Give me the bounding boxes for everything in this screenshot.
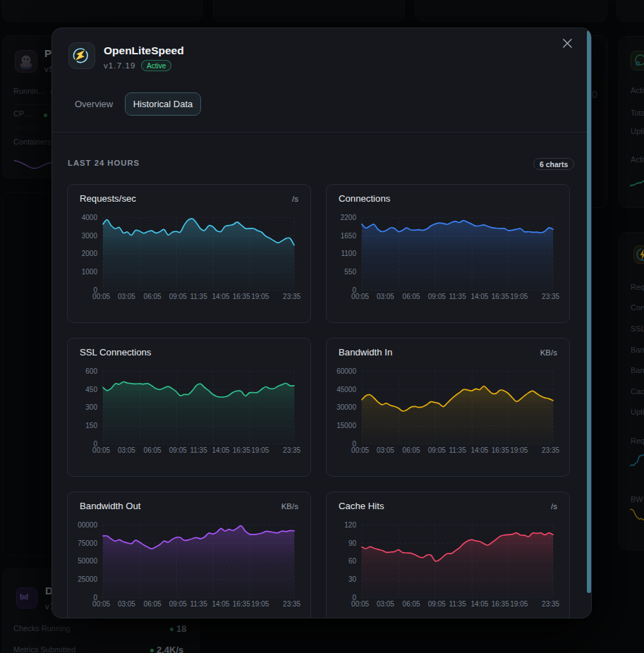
- svg-text:60000: 60000: [336, 367, 356, 375]
- svg-text:14:05: 14:05: [212, 600, 229, 608]
- svg-text:14:05: 14:05: [212, 446, 229, 454]
- svg-text:06:05: 06:05: [403, 600, 420, 608]
- svg-text:16:35: 16:35: [233, 446, 250, 454]
- svg-text:14:05: 14:05: [470, 293, 488, 300]
- svg-text:2000: 2000: [82, 250, 98, 257]
- svg-text:25000: 25000: [78, 575, 97, 583]
- svg-text:14:05: 14:05: [470, 446, 488, 454]
- svg-text:11:35: 11:35: [190, 293, 207, 300]
- svg-text:11:35: 11:35: [449, 446, 466, 454]
- svg-text:30: 30: [348, 575, 357, 583]
- svg-text:06:05: 06:05: [144, 293, 162, 300]
- svg-text:75000: 75000: [78, 539, 97, 547]
- svg-text:00:05: 00:05: [92, 600, 110, 608]
- svg-text:150: 150: [85, 422, 97, 429]
- svg-text:1650: 1650: [341, 232, 357, 240]
- svg-text:03:05: 03:05: [118, 600, 135, 608]
- svg-text:19:05: 19:05: [510, 446, 528, 454]
- svg-text:19:05: 19:05: [510, 293, 528, 300]
- svg-text:03:05: 03:05: [118, 293, 135, 300]
- svg-text:300: 300: [85, 403, 97, 411]
- svg-text:90: 90: [348, 539, 357, 547]
- svg-text:00:05: 00:05: [92, 293, 110, 300]
- svg-text:16:35: 16:35: [233, 600, 250, 608]
- svg-text:14:05: 14:05: [212, 293, 229, 300]
- svg-text:11:35: 11:35: [190, 600, 207, 608]
- svg-text:09:05: 09:05: [169, 446, 187, 454]
- svg-text:120: 120: [344, 521, 356, 529]
- svg-text:30000: 30000: [336, 403, 356, 411]
- svg-text:450: 450: [85, 386, 97, 393]
- svg-text:09:05: 09:05: [428, 446, 446, 454]
- svg-text:00:05: 00:05: [92, 446, 110, 454]
- svg-text:4000: 4000: [82, 214, 98, 221]
- svg-text:60: 60: [348, 557, 357, 565]
- svg-text:45000: 45000: [336, 386, 356, 393]
- svg-text:15000: 15000: [336, 422, 356, 429]
- svg-text:00:05: 00:05: [351, 600, 369, 608]
- svg-text:23:35: 23:35: [283, 600, 300, 608]
- svg-text:19:05: 19:05: [251, 600, 269, 608]
- svg-text:00:05: 00:05: [351, 446, 369, 454]
- svg-text:06:05: 06:05: [144, 600, 162, 608]
- svg-text:19:05: 19:05: [251, 293, 269, 300]
- svg-text:06:05: 06:05: [403, 446, 420, 454]
- svg-text:600: 600: [85, 367, 97, 375]
- svg-text:23:35: 23:35: [542, 293, 559, 300]
- svg-text:23:35: 23:35: [283, 293, 300, 300]
- svg-text:06:05: 06:05: [403, 293, 420, 300]
- svg-text:1000: 1000: [82, 268, 98, 276]
- svg-text:16:35: 16:35: [492, 600, 509, 608]
- svg-text:11:35: 11:35: [449, 293, 466, 300]
- svg-text:16:35: 16:35: [492, 446, 509, 454]
- svg-text:19:05: 19:05: [251, 446, 269, 454]
- svg-text:23:35: 23:35: [542, 600, 559, 608]
- svg-text:03:05: 03:05: [118, 446, 135, 454]
- svg-text:00:05: 00:05: [351, 293, 369, 300]
- svg-text:1100: 1100: [341, 250, 356, 257]
- svg-text:00000: 00000: [78, 521, 97, 529]
- svg-text:09:05: 09:05: [428, 600, 446, 608]
- svg-text:50000: 50000: [78, 557, 97, 565]
- svg-text:19:05: 19:05: [510, 600, 528, 608]
- svg-text:16:35: 16:35: [492, 293, 509, 300]
- svg-text:03:05: 03:05: [377, 600, 394, 608]
- svg-text:16:35: 16:35: [233, 293, 250, 300]
- svg-text:2200: 2200: [341, 214, 357, 221]
- svg-text:11:35: 11:35: [449, 600, 466, 608]
- svg-text:03:05: 03:05: [377, 446, 394, 454]
- svg-text:09:05: 09:05: [169, 600, 187, 608]
- svg-text:11:35: 11:35: [190, 446, 207, 454]
- svg-text:03:05: 03:05: [377, 293, 394, 300]
- svg-text:3000: 3000: [82, 232, 98, 240]
- svg-text:09:05: 09:05: [428, 293, 446, 300]
- svg-text:23:35: 23:35: [542, 446, 559, 454]
- svg-text:09:05: 09:05: [169, 293, 187, 300]
- svg-text:14:05: 14:05: [470, 600, 488, 608]
- svg-text:550: 550: [344, 268, 356, 276]
- svg-text:23:35: 23:35: [283, 446, 300, 454]
- svg-text:06:05: 06:05: [144, 446, 162, 454]
